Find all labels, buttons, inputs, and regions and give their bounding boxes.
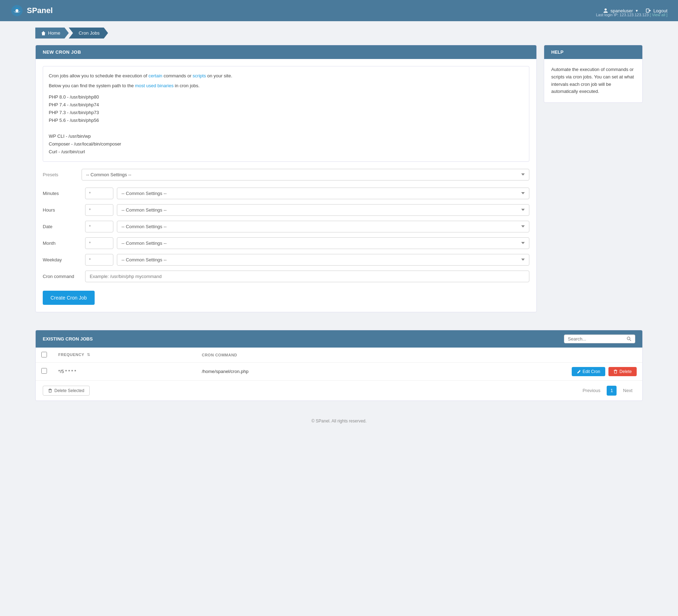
path-php74: PHP 7.4 - /usr/bin/php74 <box>49 101 523 109</box>
delete-selected-label: Delete Selected <box>54 388 84 393</box>
breadcrumb-current-label: Cron Jobs <box>79 30 100 36</box>
scripts-link[interactable]: scripts <box>193 73 206 78</box>
cron-table: FREQUENCY ⇅ CRON COMMAND */5 * * * * /ho… <box>36 348 642 380</box>
date-input[interactable] <box>85 221 113 232</box>
path-php80: PHP 8.0 - /usr/bin/php80 <box>49 93 523 101</box>
minutes-select[interactable]: -- Common Settings -- <box>117 188 529 199</box>
sort-icon: ⇅ <box>87 353 90 357</box>
row-actions: Edit Cron Delete <box>389 362 642 380</box>
trash-delete-icon <box>48 389 52 393</box>
command-row: Cron command <box>43 271 529 282</box>
next-button[interactable]: Next <box>620 386 635 395</box>
previous-button[interactable]: Previous <box>580 386 603 395</box>
info-line2: Below you can find the system path to th… <box>49 82 523 90</box>
svg-rect-8 <box>615 370 616 371</box>
login-info: Last login IP: 123.123.123.123 [ View al… <box>596 13 667 17</box>
select-all-checkbox[interactable] <box>41 352 47 357</box>
month-select[interactable]: -- Common Settings -- <box>117 237 529 249</box>
hours-select[interactable]: -- Common Settings -- <box>117 204 529 216</box>
presets-row: Presets -- Common Settings -- <box>43 169 529 180</box>
help-title: HELP <box>544 45 642 59</box>
svg-rect-6 <box>614 371 617 373</box>
svg-point-1 <box>16 9 18 12</box>
month-label: Month <box>43 241 82 246</box>
edit-icon <box>577 369 581 374</box>
minutes-label: Minutes <box>43 191 82 196</box>
user-dropdown-icon: ▼ <box>635 9 638 13</box>
svg-rect-3 <box>646 9 649 12</box>
new-cron-panel-body: Cron jobs allow you to schedule the exec… <box>36 59 536 312</box>
hours-input[interactable] <box>85 204 113 216</box>
help-body: Automate the execution of commands or sc… <box>544 59 642 102</box>
trash-icon <box>613 369 618 374</box>
help-panel: HELP Automate the execution of commands … <box>544 45 643 103</box>
presets-select[interactable]: -- Common Settings -- <box>82 169 529 180</box>
header: SPanel spaneluser ▼ Logout Last login IP… <box>0 0 678 21</box>
create-cron-button[interactable]: Create Cron Job <box>43 291 95 305</box>
svg-point-4 <box>627 337 630 340</box>
breadcrumb-current: Cron Jobs <box>69 28 108 38</box>
weekday-select[interactable]: -- Common Settings -- <box>117 254 529 266</box>
minutes-row: Minutes -- Common Settings -- <box>43 188 529 199</box>
date-row: Date -- Common Settings -- <box>43 221 529 232</box>
current-page: 1 <box>607 386 617 396</box>
certain-link[interactable]: certain <box>149 73 162 78</box>
breadcrumb-home[interactable]: Home <box>35 28 69 38</box>
month-input[interactable] <box>85 237 113 249</box>
row-frequency: */5 * * * * <box>53 362 196 380</box>
weekday-row: Weekday -- Common Settings -- <box>43 254 529 266</box>
delete-cron-button[interactable]: Delete <box>608 367 637 376</box>
most-used-link[interactable]: most used binaries <box>135 83 173 88</box>
command-header: CRON COMMAND <box>196 348 388 363</box>
table-row: */5 * * * * /home/spanel/cron.php Edit C… <box>36 362 642 380</box>
date-label: Date <box>43 224 82 229</box>
path-curl: Curl - /usr/bin/curl <box>49 148 523 156</box>
hours-label: Hours <box>43 207 82 213</box>
svg-line-5 <box>630 339 631 341</box>
row-command: /home/spanel/cron.php <box>196 362 388 380</box>
existing-cron-header: EXISTING CRON JOBS <box>36 330 642 348</box>
svg-point-2 <box>605 8 607 11</box>
path-php73: PHP 7.3 - /usr/bin/php73 <box>49 109 523 117</box>
frequency-header: FREQUENCY ⇅ <box>53 348 196 363</box>
info-line1: Cron jobs allow you to schedule the exec… <box>49 72 523 80</box>
search-icon <box>626 336 631 341</box>
main-content: NEW CRON JOB Cron jobs allow you to sche… <box>0 45 678 323</box>
cron-table-body: */5 * * * * /home/spanel/cron.php Edit C… <box>36 362 642 380</box>
existing-cron-panel: EXISTING CRON JOBS FREQUENCY ⇅ CRON COMM… <box>35 330 643 401</box>
command-label: Cron command <box>43 274 82 279</box>
actions-header <box>389 348 642 363</box>
breadcrumb-home-label: Home <box>48 30 60 36</box>
pagination: Previous 1 Next <box>580 386 635 396</box>
path-php56: PHP 5.6 - /usr/bin/php56 <box>49 117 523 124</box>
page-footer: © SPanel. All rights reserved. <box>0 411 678 431</box>
month-row: Month -- Common Settings -- <box>43 237 529 249</box>
hours-row: Hours -- Common Settings -- <box>43 204 529 216</box>
command-input[interactable] <box>85 271 529 282</box>
existing-cron-title: EXISTING CRON JOBS <box>43 336 93 342</box>
minutes-input[interactable] <box>85 188 113 199</box>
view-all-link[interactable]: [ View all ] <box>650 13 667 17</box>
select-all-header <box>36 348 53 363</box>
path-wpcli: WP CLI - /usr/bin/wp <box>49 132 523 140</box>
info-box: Cron jobs allow you to schedule the exec… <box>43 66 529 162</box>
new-cron-panel: NEW CRON JOB Cron jobs allow you to sche… <box>35 45 537 312</box>
home-icon <box>41 31 46 36</box>
path-composer: Composer - /usr/local/bin/composer <box>49 140 523 148</box>
search-input[interactable] <box>568 336 624 342</box>
delete-selected-button[interactable]: Delete Selected <box>43 386 90 396</box>
row-checkbox[interactable] <box>41 368 47 374</box>
date-select[interactable]: -- Common Settings -- <box>117 221 529 232</box>
svg-rect-9 <box>49 390 51 392</box>
weekday-label: Weekday <box>43 257 82 262</box>
presets-label: Presets <box>43 172 82 177</box>
breadcrumb: Home Cron Jobs <box>0 21 678 45</box>
logo: SPanel <box>11 4 53 17</box>
weekday-input[interactable] <box>85 254 113 266</box>
svg-rect-11 <box>49 389 51 390</box>
logo-text: SPanel <box>27 6 53 15</box>
edit-cron-button[interactable]: Edit Cron <box>572 367 605 376</box>
search-box <box>564 334 635 343</box>
logo-icon <box>11 4 23 17</box>
table-footer: Delete Selected Previous 1 Next <box>36 380 642 401</box>
